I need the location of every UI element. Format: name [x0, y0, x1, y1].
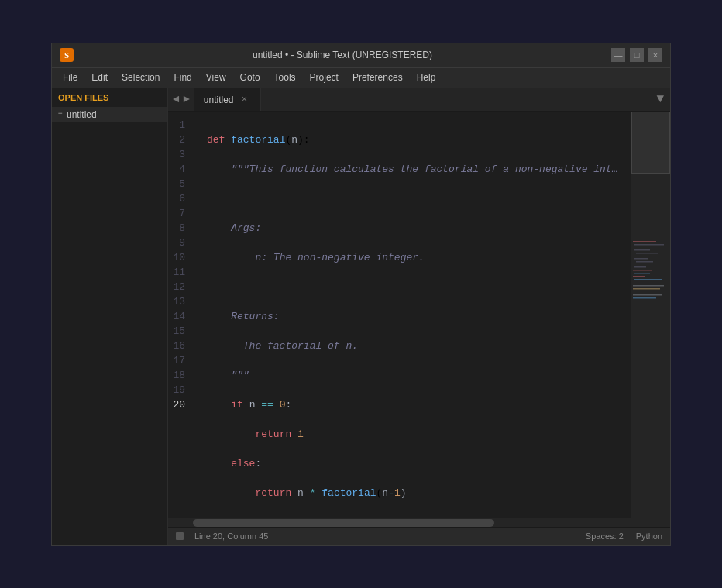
- svg-rect-5: [636, 261, 653, 263]
- menu-goto[interactable]: Goto: [234, 70, 266, 84]
- svg-rect-13: [633, 294, 662, 296]
- status-right: Spaces: 2 Python: [586, 531, 662, 541]
- cursor-position[interactable]: Line 20, Column 45: [194, 531, 268, 541]
- code-line-12: else:: [199, 456, 631, 471]
- close-button[interactable]: ×: [648, 48, 662, 62]
- maximize-button[interactable]: □: [630, 48, 644, 62]
- window-title: untitled • - Sublime Text (UNREGISTERED): [253, 50, 432, 60]
- code-line-2: """This function calculates the factoria…: [199, 162, 631, 177]
- code-line-13: return n * factorial(n-1): [199, 486, 631, 500]
- tab-untitled[interactable]: untitled ×: [194, 88, 261, 112]
- code-content[interactable]: def factorial(n): """This function calcu…: [199, 112, 631, 518]
- code-line-10: if n == 0:: [199, 397, 631, 412]
- menu-file[interactable]: File: [57, 70, 84, 84]
- svg-rect-12: [633, 288, 660, 290]
- svg-rect-11: [633, 285, 664, 287]
- tab-label: untitled: [204, 95, 234, 105]
- title-bar: S untitled • - Sublime Text (UNREGISTERE…: [52, 43, 670, 68]
- menu-view[interactable]: View: [200, 70, 232, 84]
- menu-selection[interactable]: Selection: [115, 70, 166, 84]
- minimap[interactable]: [631, 112, 670, 518]
- code-line-11: return 1: [199, 427, 631, 442]
- svg-rect-7: [633, 270, 652, 271]
- app-window: S untitled • - Sublime Text (UNREGISTERE…: [51, 43, 671, 546]
- line-numbers: 1 2 3 4 5 6 7 8 9 10 11 12 13 14: [168, 112, 199, 518]
- hamburger-icon: ≡: [58, 110, 63, 119]
- code-line-1: def factorial(n):: [199, 132, 631, 147]
- minimize-button[interactable]: —: [611, 48, 625, 62]
- scroll-thumb[interactable]: [193, 519, 494, 527]
- code-line-9: """: [199, 368, 631, 383]
- tab-dropdown-button[interactable]: ▼: [650, 92, 670, 106]
- tab-prev-arrow[interactable]: ◄: [171, 93, 180, 105]
- code-line-5: n: The non-negative integer.: [199, 250, 631, 265]
- svg-rect-1: [634, 244, 664, 246]
- editor-area: ◄ ► untitled × ▼ 1 2 3 4: [168, 88, 670, 545]
- status-bar: Line 20, Column 45 Spaces: 2 Python: [168, 527, 670, 545]
- menu-help[interactable]: Help: [411, 70, 442, 84]
- horizontal-scrollbar[interactable]: [168, 518, 670, 527]
- svg-rect-14: [633, 297, 656, 299]
- window-controls: — □ ×: [611, 48, 662, 62]
- svg-rect-3: [636, 253, 658, 254]
- menu-tools[interactable]: Tools: [268, 70, 302, 84]
- syntax-mode[interactable]: Python: [636, 531, 662, 541]
- svg-rect-2: [634, 249, 650, 251]
- menu-project[interactable]: Project: [304, 70, 345, 84]
- sidebar-filename: untitled: [67, 109, 97, 120]
- app-icon: S: [60, 48, 74, 62]
- code-line-8: The factorial of n.: [199, 339, 631, 353]
- svg-rect-4: [634, 258, 648, 260]
- indentation-setting[interactable]: Spaces: 2: [586, 531, 624, 541]
- tab-bar: ◄ ► untitled × ▼: [168, 88, 670, 112]
- svg-rect-0: [633, 241, 656, 242]
- status-indicator-icon: [176, 532, 184, 540]
- svg-rect-8: [634, 273, 650, 274]
- menu-bar: File Edit Selection Find View Goto Tools…: [52, 68, 670, 88]
- code-line-3: [199, 191, 631, 206]
- menu-edit[interactable]: Edit: [85, 70, 114, 84]
- sidebar-item-untitled[interactable]: ≡ untitled: [52, 107, 167, 122]
- code-editor[interactable]: 1 2 3 4 5 6 7 8 9 10 11 12 13 14: [168, 112, 631, 518]
- sidebar-header: Open Files: [52, 88, 167, 107]
- tab-close-button[interactable]: ×: [239, 94, 251, 106]
- tab-next-arrow[interactable]: ►: [181, 93, 191, 105]
- svg-rect-6: [634, 266, 646, 268]
- menu-find[interactable]: Find: [167, 70, 198, 84]
- svg-rect-9: [633, 276, 645, 277]
- code-line-7: Returns:: [199, 309, 631, 324]
- minimap-svg: [631, 112, 670, 518]
- sidebar: Open Files ≡ untitled: [52, 88, 168, 545]
- code-line-6: [199, 280, 631, 294]
- title-bar-left: S: [60, 48, 74, 62]
- main-area: Open Files ≡ untitled ◄ ► untitled × ▼: [52, 88, 670, 545]
- menu-preferences[interactable]: Preferences: [346, 70, 409, 84]
- svg-rect-10: [634, 279, 662, 280]
- code-line-4: Args:: [199, 221, 631, 236]
- tab-arrows: ◄ ►: [168, 93, 194, 105]
